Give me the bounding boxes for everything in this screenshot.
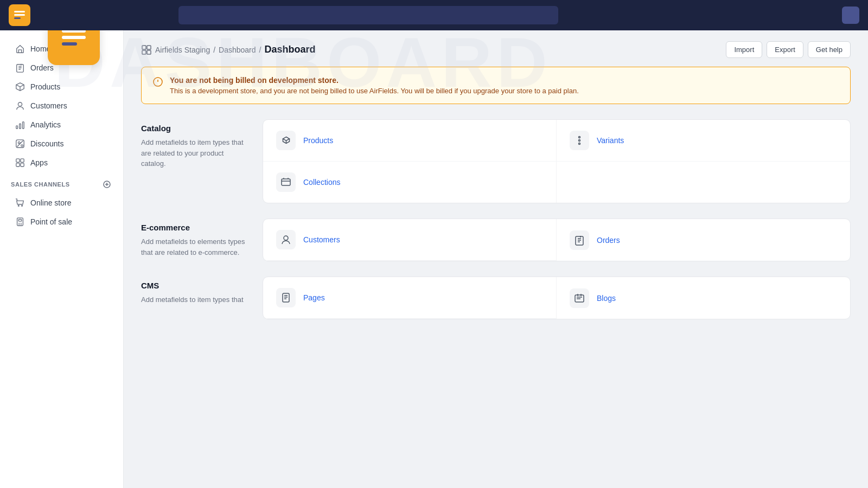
cms-info: CMS Add metafields to item types that — [141, 277, 250, 319]
breadcrumb: Airfields Staging / Dashboard / Dashboar… — [141, 41, 851, 58]
customers-label: Customers — [303, 235, 340, 244]
card-customers[interactable]: Customers — [263, 219, 557, 261]
svg-point-32 — [284, 236, 288, 240]
collections-label: Collections — [303, 178, 340, 187]
collections-icon — [276, 172, 296, 192]
export-button[interactable]: Export — [767, 41, 803, 58]
breadcrumb-parent[interactable]: Dashboard — [219, 46, 256, 54]
svg-point-30 — [579, 143, 580, 145]
card-products[interactable]: Products — [263, 120, 557, 162]
svg-rect-14 — [16, 159, 20, 162]
products-icon — [276, 131, 296, 150]
svg-rect-4 — [14, 14, 25, 16]
pages-icon — [276, 288, 296, 307]
ecommerce-title: E-commerce — [141, 223, 250, 232]
cms-cards: Pages Blogs — [263, 277, 851, 319]
catalog-desc: Add metafields to item types that are re… — [141, 137, 250, 169]
svg-rect-25 — [142, 50, 146, 54]
blogs-icon — [570, 288, 589, 308]
help-button[interactable]: Get help — [808, 41, 851, 58]
alert-title: You are not being billed on development … — [170, 76, 579, 85]
svg-rect-17 — [21, 163, 24, 166]
svg-point-29 — [579, 140, 580, 142]
svg-rect-16 — [16, 163, 20, 166]
svg-rect-2 — [62, 42, 77, 46]
breadcrumb-store[interactable]: Airfields Staging — [155, 46, 210, 54]
sales-channels-title: SALES CHANNELS — [0, 172, 123, 193]
topbar-logo — [9, 4, 30, 26]
sidebar-item-apps[interactable]: Apps — [4, 153, 119, 172]
blogs-label: Blogs — [597, 294, 616, 303]
cms-cards-grid: Pages Blogs — [263, 277, 850, 319]
card-collections[interactable]: Collections — [263, 162, 557, 203]
card-variants[interactable]: Variants — [557, 120, 850, 162]
add-sales-channel-button[interactable] — [101, 179, 112, 190]
svg-point-28 — [579, 137, 580, 138]
sidebar-item-discounts[interactable]: Discounts — [4, 134, 119, 153]
search-bar[interactable] — [178, 6, 558, 24]
customers-icon — [276, 230, 296, 249]
alert-banner: You are not being billed on development … — [141, 67, 851, 104]
card-pages[interactable]: Pages — [263, 277, 557, 319]
svg-rect-23 — [142, 46, 146, 49]
svg-rect-1 — [62, 36, 86, 39]
products-label: Products — [303, 136, 333, 145]
ecommerce-desc: Add metafields to elements types that ar… — [141, 236, 250, 258]
user-avatar[interactable] — [842, 7, 859, 24]
svg-rect-10 — [23, 122, 24, 129]
sidebar-item-analytics[interactable]: Analytics — [4, 115, 119, 134]
pages-label: Pages — [303, 293, 325, 302]
breadcrumb-current: Dashboard — [264, 44, 315, 55]
svg-rect-5 — [14, 17, 21, 19]
variants-icon — [570, 131, 589, 150]
cms-title: CMS — [141, 281, 250, 290]
card-orders[interactable]: Orders — [557, 219, 850, 261]
catalog-section: Catalog Add metafields to item types tha… — [141, 119, 851, 203]
svg-rect-33 — [576, 236, 583, 245]
top-bar — [0, 0, 868, 30]
svg-rect-34 — [283, 293, 289, 302]
svg-rect-15 — [21, 159, 24, 162]
sidebar-item-point-of-sale[interactable]: Point of sale — [4, 213, 119, 231]
sidebar-item-online-store[interactable]: Online store — [4, 194, 119, 212]
catalog-title: Catalog — [141, 124, 250, 133]
svg-rect-26 — [147, 50, 151, 54]
svg-rect-6 — [17, 65, 24, 72]
sidebar-item-customers[interactable]: Customers — [4, 97, 119, 115]
catalog-cards: Products Variants — [263, 119, 851, 203]
orders-label: Orders — [597, 236, 620, 245]
svg-point-19 — [18, 206, 19, 207]
ecommerce-cards-grid: Customers Orders — [263, 219, 850, 261]
catalog-cards-grid: Products Variants — [263, 120, 850, 203]
sidebar-item-products[interactable]: Products — [4, 78, 119, 96]
breadcrumb-actions: Import Export Get help — [726, 41, 851, 58]
variants-label: Variants — [597, 136, 624, 145]
svg-point-20 — [22, 206, 23, 207]
svg-rect-8 — [16, 126, 18, 129]
main-content: Airfields Staging / Dashboard / Dashboar… — [124, 30, 868, 488]
cms-section: CMS Add metafields to item types that Pa… — [141, 277, 851, 319]
svg-rect-31 — [282, 179, 290, 185]
orders-icon — [570, 230, 589, 250]
import-button[interactable]: Import — [726, 41, 762, 58]
svg-rect-22 — [18, 220, 21, 222]
card-blogs[interactable]: Blogs — [557, 277, 850, 319]
svg-point-7 — [18, 102, 22, 106]
catalog-info: Catalog Add metafields to item types tha… — [141, 119, 250, 203]
ecommerce-section: E-commerce Add metafields to elements ty… — [141, 219, 851, 261]
svg-rect-9 — [20, 124, 21, 129]
ecommerce-info: E-commerce Add metafields to elements ty… — [141, 219, 250, 261]
svg-rect-3 — [14, 11, 25, 12]
sidebar: Home Orders Products — [0, 30, 124, 488]
alert-content: You are not being billed on development … — [170, 76, 579, 95]
layout: Home Orders Products — [0, 0, 868, 488]
ecommerce-cards: Customers Orders — [263, 219, 851, 261]
alert-text: This is a development store, and you are… — [170, 87, 579, 95]
cms-desc: Add metafields to item types that — [141, 294, 250, 305]
svg-rect-24 — [147, 46, 151, 49]
